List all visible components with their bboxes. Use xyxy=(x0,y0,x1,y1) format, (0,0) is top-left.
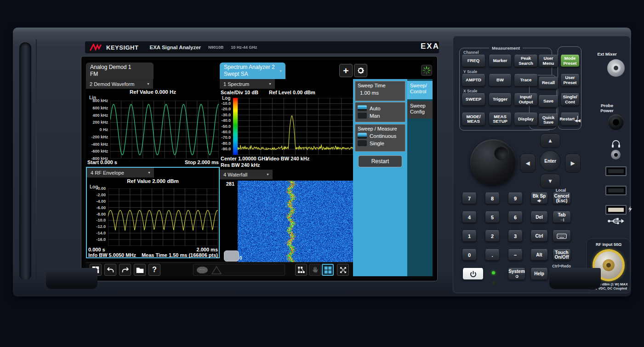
undo-button[interactable] xyxy=(104,264,116,276)
comment-bubble-icon: ··· xyxy=(197,267,208,273)
key-8[interactable]: 8 xyxy=(485,193,500,204)
continuous-option[interactable]: Continuous xyxy=(358,133,403,139)
multi-window-layout-button[interactable] xyxy=(322,264,334,276)
add-measurement-button[interactable]: + xyxy=(339,64,353,77)
axis-tick-label: -200 kHz xyxy=(91,135,108,139)
cancel-esc-key[interactable]: Cancel (Esc) xyxy=(553,193,571,204)
tab-spectrum-analyzer[interactable]: Spectrum Analyzer 2 Swept SA xyxy=(220,63,285,79)
freq-button[interactable]: FREQ xyxy=(462,55,485,67)
keysight-spark-logo xyxy=(90,44,102,51)
touch-on-off-key[interactable]: Touch On/Off xyxy=(553,249,571,261)
man-label: Man xyxy=(370,113,380,119)
sweep-button[interactable]: SWEEP xyxy=(462,93,485,106)
system-key[interactable]: System xyxy=(508,268,525,280)
rotary-knob[interactable] xyxy=(470,139,516,185)
settings-gear-button[interactable] xyxy=(354,64,367,77)
user-preset-button[interactable]: User Preset xyxy=(560,74,580,86)
envelope-x-stop: 2.000 ms xyxy=(160,247,218,252)
key-5[interactable]: 5 xyxy=(485,211,500,223)
demod-waveform-plot[interactable] xyxy=(110,101,219,159)
meas-setup-button[interactable]: MEAS SETUP xyxy=(489,113,512,125)
key-9[interactable]: 9 xyxy=(508,193,523,204)
key-6[interactable]: 6 xyxy=(508,211,523,223)
view-selector-spectrum[interactable]: 1 Spectrum xyxy=(220,79,275,89)
marker-button[interactable]: Marker xyxy=(489,55,512,67)
delete-key[interactable]: Del xyxy=(530,211,548,223)
arrow-down-key[interactable]: ▼ xyxy=(540,174,560,188)
axis-tick-label: -30.0 xyxy=(221,113,231,117)
arrow-right-key[interactable]: ▶ xyxy=(565,154,581,173)
bw-button[interactable]: BW xyxy=(489,74,512,86)
input-output-button[interactable]: Input/ Output xyxy=(514,93,538,106)
mode-meas-button[interactable]: MODE/ MEAS xyxy=(462,113,485,125)
envelope-plot[interactable] xyxy=(108,188,218,246)
redo-button[interactable] xyxy=(119,264,131,276)
display-button[interactable]: Display xyxy=(514,113,538,125)
window-arrange-button[interactable] xyxy=(295,264,307,276)
single-cont-button[interactable]: Single/ Cont xyxy=(560,93,580,106)
sweep-time-field[interactable]: Sweep Time 1.00 ms xyxy=(355,81,405,101)
screen-toolbar: ? ··· xyxy=(86,262,353,276)
enter-key[interactable]: Enter xyxy=(540,150,561,171)
alt-key[interactable]: Alt xyxy=(530,249,548,261)
probe-power-connector xyxy=(608,114,624,130)
arrow-up-key[interactable]: ▲ xyxy=(540,133,560,148)
key-decimal[interactable]: . xyxy=(485,249,500,261)
tab-label: Tab xyxy=(558,213,565,217)
sweep-time-auto-man-toggle[interactable]: Auto Man xyxy=(355,102,405,122)
single-option[interactable]: Single xyxy=(358,140,403,146)
help-button-toolbar[interactable]: ? xyxy=(148,264,160,276)
ext-mixer-label: Ext Mixer xyxy=(583,51,631,57)
tab-analog-demod[interactable]: Analog Demod 1 FM xyxy=(86,63,154,79)
spectrum-plot[interactable] xyxy=(238,98,353,155)
save-button[interactable]: Save xyxy=(538,95,559,108)
power-button[interactable] xyxy=(462,268,484,280)
key-4[interactable]: 4 xyxy=(462,211,477,223)
amptd-button[interactable]: AMPTD xyxy=(462,74,485,86)
recall-button[interactable]: Recall xyxy=(538,77,559,89)
rf-envelope-window[interactable]: 4 RF Envelope Ref Value 2.000 dBm Log 0.… xyxy=(86,167,220,258)
view-selector-rf-envelope[interactable]: 4 RF Envelope xyxy=(87,168,154,178)
backspace-key[interactable]: Bk Sp◀▪ xyxy=(530,193,548,204)
demod-x-start: Start 0.000 s xyxy=(87,159,117,165)
key-0[interactable]: 0 xyxy=(462,249,477,261)
help-key[interactable]: Help xyxy=(530,268,548,280)
waterfall-display[interactable] xyxy=(238,181,353,262)
man-indicator xyxy=(358,113,367,119)
annotation-input-area[interactable]: ··· xyxy=(193,264,285,276)
arrow-left-key[interactable]: ◀ xyxy=(520,154,536,173)
key-2[interactable]: 2 xyxy=(485,230,500,242)
ext-mixer-connector xyxy=(607,59,625,77)
peak-search-button[interactable]: Peak Search xyxy=(514,55,538,67)
file-manager-button[interactable] xyxy=(134,264,146,276)
waterfall-scroll-handle[interactable] xyxy=(224,250,239,262)
subtab-sweep-config[interactable]: Sweep Config xyxy=(407,101,433,119)
quick-save-button[interactable]: Quick Save xyxy=(538,114,559,126)
fullscreen-button[interactable] xyxy=(337,264,349,276)
restart-hardkey-button[interactable]: Restart |◀◀ xyxy=(560,113,580,125)
onscreen-keyboard-key[interactable] xyxy=(553,230,571,242)
view-selector-waterfall[interactable]: 4 Waterfall xyxy=(220,170,273,180)
menu-restart-button[interactable]: Restart xyxy=(358,155,402,167)
instrument-front-panel: KEYSIGHT EXA Signal Analyzer N9010B 10 H… xyxy=(13,28,631,296)
axis-tick-label: 0.00 xyxy=(97,186,106,191)
ctrl-key[interactable]: Ctrl xyxy=(530,230,548,242)
tab-key[interactable]: Tab→| xyxy=(553,211,571,223)
view-selector-demod-waveform[interactable]: 2 Demod Waveform xyxy=(86,79,153,89)
photo-background: KEYSIGHT EXA Signal Analyzer N9010B 10 H… xyxy=(0,0,644,347)
key-1[interactable]: 1 xyxy=(462,230,477,242)
key-3[interactable]: 3 xyxy=(508,230,523,242)
x-scale-section-label: X Scale xyxy=(463,89,477,93)
user-menu-button[interactable]: User Menu xyxy=(538,55,559,67)
trace-button[interactable]: Trace xyxy=(514,74,538,86)
mode-preset-button[interactable]: Mode Preset xyxy=(560,55,580,67)
man-option[interactable]: Man xyxy=(358,113,403,119)
subtab-sweep-control[interactable]: Sweep/ Control xyxy=(407,81,433,99)
auto-option[interactable]: Auto xyxy=(358,105,403,111)
touch-screen[interactable]: Analog Demod 1 FM Spectrum Analyzer 2 Sw… xyxy=(86,60,433,276)
sweep-measure-toggle[interactable]: Sweep / Measure Continuous Single xyxy=(355,124,405,152)
key-minus[interactable]: − xyxy=(508,249,523,261)
touch-pan-button[interactable] xyxy=(309,264,321,276)
trigger-button[interactable]: Trigger xyxy=(489,93,512,106)
key-7[interactable]: 7 xyxy=(462,193,477,204)
